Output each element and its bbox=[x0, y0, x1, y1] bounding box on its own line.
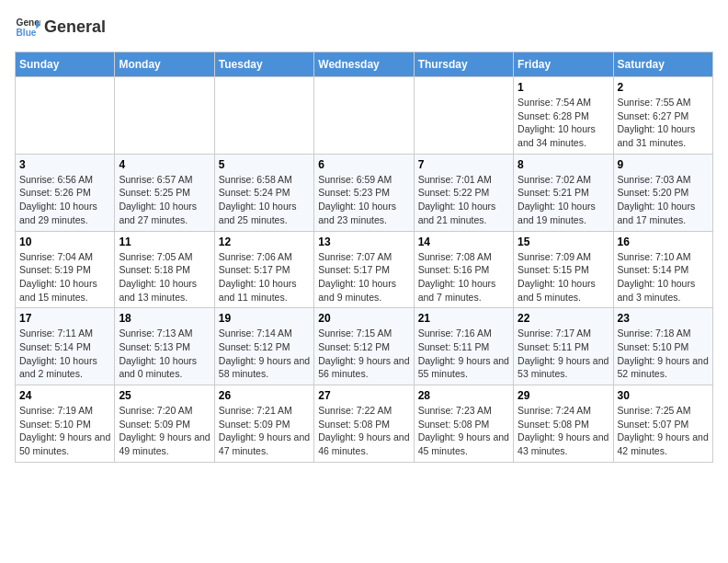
calendar-cell: 9Sunrise: 7:03 AMSunset: 5:20 PMDaylight… bbox=[613, 154, 712, 231]
day-number: 6 bbox=[318, 158, 409, 171]
day-number: 5 bbox=[219, 158, 310, 171]
day-info: Sunrise: 7:05 AMSunset: 5:18 PMDaylight:… bbox=[119, 250, 210, 304]
day-number: 19 bbox=[219, 312, 310, 325]
weekday-header-friday: Friday bbox=[514, 52, 613, 77]
day-number: 13 bbox=[318, 236, 409, 248]
weekday-header-wednesday: Wednesday bbox=[314, 52, 414, 77]
calendar-cell: 6Sunrise: 6:59 AMSunset: 5:23 PMDaylight… bbox=[314, 154, 414, 231]
calendar-cell: 18Sunrise: 7:13 AMSunset: 5:13 PMDayligh… bbox=[115, 308, 214, 385]
week-row-3: 10Sunrise: 7:04 AMSunset: 5:19 PMDayligh… bbox=[16, 231, 713, 308]
day-number: 15 bbox=[518, 236, 609, 248]
calendar-cell: 8Sunrise: 7:02 AMSunset: 5:21 PMDaylight… bbox=[514, 154, 613, 231]
day-number: 16 bbox=[618, 236, 709, 248]
day-number: 30 bbox=[618, 389, 709, 402]
day-number: 26 bbox=[219, 389, 310, 402]
day-info: Sunrise: 7:14 AMSunset: 5:12 PMDaylight:… bbox=[219, 327, 310, 381]
day-number: 23 bbox=[618, 312, 709, 325]
weekday-header-row: SundayMondayTuesdayWednesdayThursdayFrid… bbox=[16, 52, 713, 77]
calendar-cell: 29Sunrise: 7:24 AMSunset: 5:08 PMDayligh… bbox=[514, 385, 613, 463]
calendar-cell: 25Sunrise: 7:20 AMSunset: 5:09 PMDayligh… bbox=[115, 385, 214, 463]
calendar-cell: 24Sunrise: 7:19 AMSunset: 5:10 PMDayligh… bbox=[16, 385, 115, 463]
calendar-cell: 10Sunrise: 7:04 AMSunset: 5:19 PMDayligh… bbox=[16, 231, 115, 308]
day-info: Sunrise: 7:13 AMSunset: 5:13 PMDaylight:… bbox=[119, 327, 210, 381]
calendar-cell bbox=[214, 77, 313, 155]
calendar-cell bbox=[16, 77, 115, 155]
day-info: Sunrise: 7:03 AMSunset: 5:20 PMDaylight:… bbox=[618, 173, 709, 227]
day-number: 3 bbox=[19, 158, 110, 171]
calendar-cell: 20Sunrise: 7:15 AMSunset: 5:12 PMDayligh… bbox=[314, 308, 414, 385]
day-number: 11 bbox=[119, 236, 210, 248]
day-number: 4 bbox=[119, 158, 210, 171]
day-info: Sunrise: 7:09 AMSunset: 5:15 PMDaylight:… bbox=[518, 250, 609, 304]
day-number: 24 bbox=[19, 389, 110, 402]
page-header: General Blue General bbox=[15, 15, 713, 40]
day-info: Sunrise: 7:08 AMSunset: 5:16 PMDaylight:… bbox=[418, 250, 509, 304]
weekday-header-tuesday: Tuesday bbox=[214, 52, 313, 77]
day-info: Sunrise: 7:23 AMSunset: 5:08 PMDaylight:… bbox=[418, 404, 509, 458]
calendar-cell: 17Sunrise: 7:11 AMSunset: 5:14 PMDayligh… bbox=[16, 308, 115, 385]
day-info: Sunrise: 7:25 AMSunset: 5:07 PMDaylight:… bbox=[618, 404, 709, 458]
day-number: 18 bbox=[119, 312, 210, 325]
day-info: Sunrise: 6:56 AMSunset: 5:26 PMDaylight:… bbox=[19, 173, 110, 227]
day-info: Sunrise: 7:19 AMSunset: 5:10 PMDaylight:… bbox=[19, 404, 110, 458]
day-number: 1 bbox=[518, 81, 609, 94]
week-row-1: 1Sunrise: 7:54 AMSunset: 6:28 PMDaylight… bbox=[16, 77, 713, 155]
day-info: Sunrise: 7:17 AMSunset: 5:11 PMDaylight:… bbox=[518, 327, 609, 381]
day-info: Sunrise: 7:16 AMSunset: 5:11 PMDaylight:… bbox=[418, 327, 509, 381]
day-info: Sunrise: 7:06 AMSunset: 5:17 PMDaylight:… bbox=[219, 250, 310, 304]
calendar-cell: 13Sunrise: 7:07 AMSunset: 5:17 PMDayligh… bbox=[314, 231, 414, 308]
day-info: Sunrise: 7:21 AMSunset: 5:09 PMDaylight:… bbox=[219, 404, 310, 458]
calendar-cell: 26Sunrise: 7:21 AMSunset: 5:09 PMDayligh… bbox=[214, 385, 313, 463]
calendar-cell: 23Sunrise: 7:18 AMSunset: 5:10 PMDayligh… bbox=[613, 308, 712, 385]
day-number: 28 bbox=[418, 389, 509, 402]
day-info: Sunrise: 6:58 AMSunset: 5:24 PMDaylight:… bbox=[219, 173, 310, 227]
logo-icon: General Blue bbox=[15, 15, 40, 40]
calendar-cell: 5Sunrise: 6:58 AMSunset: 5:24 PMDaylight… bbox=[214, 154, 313, 231]
day-info: Sunrise: 7:18 AMSunset: 5:10 PMDaylight:… bbox=[618, 327, 709, 381]
day-number: 17 bbox=[19, 312, 110, 325]
calendar-cell: 4Sunrise: 6:57 AMSunset: 5:25 PMDaylight… bbox=[115, 154, 214, 231]
week-row-2: 3Sunrise: 6:56 AMSunset: 5:26 PMDaylight… bbox=[16, 154, 713, 231]
calendar-cell: 14Sunrise: 7:08 AMSunset: 5:16 PMDayligh… bbox=[414, 231, 513, 308]
logo: General Blue General bbox=[15, 15, 106, 40]
calendar-cell: 28Sunrise: 7:23 AMSunset: 5:08 PMDayligh… bbox=[414, 385, 513, 463]
day-info: Sunrise: 7:04 AMSunset: 5:19 PMDaylight:… bbox=[19, 250, 110, 304]
weekday-header-saturday: Saturday bbox=[613, 52, 712, 77]
week-row-5: 24Sunrise: 7:19 AMSunset: 5:10 PMDayligh… bbox=[16, 385, 713, 463]
day-info: Sunrise: 7:20 AMSunset: 5:09 PMDaylight:… bbox=[119, 404, 210, 458]
calendar-cell: 7Sunrise: 7:01 AMSunset: 5:22 PMDaylight… bbox=[414, 154, 513, 231]
day-number: 2 bbox=[618, 81, 709, 94]
day-info: Sunrise: 7:11 AMSunset: 5:14 PMDaylight:… bbox=[19, 327, 110, 381]
day-number: 20 bbox=[318, 312, 409, 325]
day-info: Sunrise: 7:07 AMSunset: 5:17 PMDaylight:… bbox=[318, 250, 409, 304]
day-number: 14 bbox=[418, 236, 509, 248]
calendar-cell: 1Sunrise: 7:54 AMSunset: 6:28 PMDaylight… bbox=[514, 77, 613, 155]
svg-text:Blue: Blue bbox=[17, 28, 37, 38]
weekday-header-sunday: Sunday bbox=[16, 52, 115, 77]
day-number: 9 bbox=[618, 158, 709, 171]
day-info: Sunrise: 6:59 AMSunset: 5:23 PMDaylight:… bbox=[318, 173, 409, 227]
day-number: 10 bbox=[19, 236, 110, 248]
day-number: 29 bbox=[518, 389, 609, 402]
calendar-cell bbox=[115, 77, 214, 155]
weekday-header-thursday: Thursday bbox=[414, 52, 513, 77]
calendar-cell: 30Sunrise: 7:25 AMSunset: 5:07 PMDayligh… bbox=[613, 385, 712, 463]
week-row-4: 17Sunrise: 7:11 AMSunset: 5:14 PMDayligh… bbox=[16, 308, 713, 385]
calendar-cell: 21Sunrise: 7:16 AMSunset: 5:11 PMDayligh… bbox=[414, 308, 513, 385]
day-number: 25 bbox=[119, 389, 210, 402]
calendar-cell: 16Sunrise: 7:10 AMSunset: 5:14 PMDayligh… bbox=[613, 231, 712, 308]
day-info: Sunrise: 7:10 AMSunset: 5:14 PMDaylight:… bbox=[618, 250, 709, 304]
calendar-cell: 11Sunrise: 7:05 AMSunset: 5:18 PMDayligh… bbox=[115, 231, 214, 308]
calendar-cell: 19Sunrise: 7:14 AMSunset: 5:12 PMDayligh… bbox=[214, 308, 313, 385]
logo-text: General bbox=[44, 18, 106, 37]
day-info: Sunrise: 6:57 AMSunset: 5:25 PMDaylight:… bbox=[119, 173, 210, 227]
day-number: 22 bbox=[518, 312, 609, 325]
day-info: Sunrise: 7:15 AMSunset: 5:12 PMDaylight:… bbox=[318, 327, 409, 381]
calendar-cell: 15Sunrise: 7:09 AMSunset: 5:15 PMDayligh… bbox=[514, 231, 613, 308]
day-number: 7 bbox=[418, 158, 509, 171]
day-info: Sunrise: 7:24 AMSunset: 5:08 PMDaylight:… bbox=[518, 404, 609, 458]
weekday-header-monday: Monday bbox=[115, 52, 214, 77]
calendar-cell: 2Sunrise: 7:55 AMSunset: 6:27 PMDaylight… bbox=[613, 77, 712, 155]
calendar-cell: 27Sunrise: 7:22 AMSunset: 5:08 PMDayligh… bbox=[314, 385, 414, 463]
day-number: 21 bbox=[418, 312, 509, 325]
